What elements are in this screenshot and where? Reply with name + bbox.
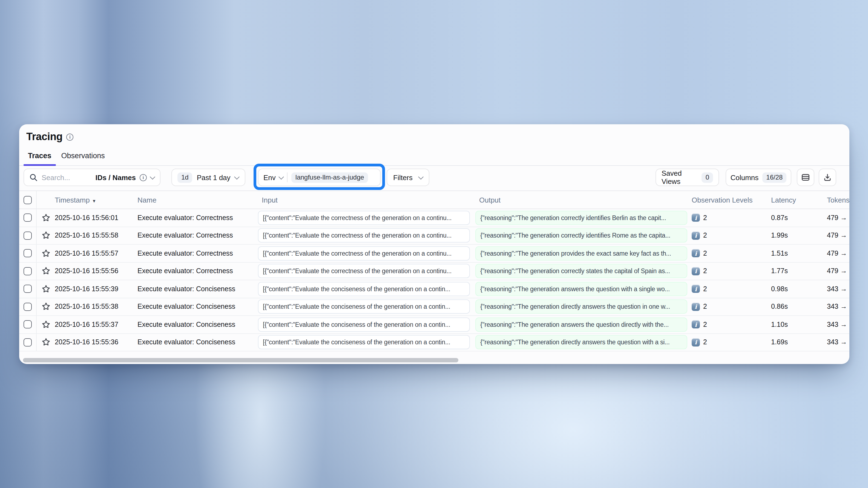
row-checkbox[interactable] (24, 338, 32, 347)
cell-output-preview[interactable]: {"reasoning":"The generation correctly s… (475, 264, 687, 278)
table-row[interactable]: 2025-10-16 15:55:57 Execute evaluator: C… (19, 245, 849, 262)
cell-output-preview[interactable]: {"reasoning":"The generation directly an… (475, 300, 687, 314)
cell-input-preview[interactable]: [{"content":"Evaluate the conciseness of… (258, 282, 470, 296)
table-row[interactable]: 2025-10-16 15:55:38 Execute evaluator: C… (19, 298, 849, 316)
column-header-timestamp[interactable]: Timestamp▼ (55, 196, 137, 204)
table-row[interactable]: 2025-10-16 15:56:01 Execute evaluator: C… (19, 209, 849, 227)
cell-output-preview[interactable]: {"reasoning":"The generation provides th… (475, 246, 687, 261)
column-header-name[interactable]: Name (137, 196, 258, 204)
cell-input-preview[interactable]: [{"content":"Evaluate the conciseness of… (258, 300, 470, 314)
cell-output-preview[interactable]: {"reasoning":"The generation answers the… (475, 318, 687, 332)
cell-timestamp[interactable]: 2025-10-16 15:55:38 (55, 303, 137, 311)
row-checkbox[interactable] (24, 321, 32, 329)
star-icon[interactable] (41, 231, 50, 240)
cell-latency: 1.99s (771, 232, 827, 239)
cell-input-preview[interactable]: [{"content":"Evaluate the correctness of… (258, 264, 470, 278)
table-row[interactable]: 2025-10-16 15:55:39 Execute evaluator: C… (19, 280, 849, 298)
cell-input-preview[interactable]: [{"content":"Evaluate the correctness of… (258, 211, 470, 225)
tab-observations[interactable]: Observations (56, 149, 110, 165)
tab-bar: Traces Observations (19, 149, 849, 166)
env-filter-value-badge[interactable]: langfuse-llm-as-a-judge (291, 172, 368, 183)
table-row[interactable]: 2025-10-16 15:55:36 Execute evaluator: C… (19, 334, 849, 351)
star-icon[interactable] (41, 267, 50, 275)
cell-output-preview[interactable]: {"reasoning":"The generation directly an… (475, 335, 687, 350)
star-icon[interactable] (41, 214, 50, 222)
star-icon[interactable] (41, 285, 50, 293)
row-checkbox[interactable] (24, 285, 32, 293)
cell-name[interactable]: Execute evaluator: Correctness (137, 250, 258, 257)
search-type-select[interactable]: IDs / Names i (96, 173, 154, 182)
cell-output-preview[interactable]: {"reasoning":"The generation correctly i… (475, 211, 687, 225)
observation-level-info-icon: i (692, 214, 700, 222)
cell-input-preview[interactable]: [{"content":"Evaluate the conciseness of… (258, 335, 470, 350)
saved-views-button[interactable]: Saved Views 0 (655, 169, 719, 186)
row-checkbox[interactable] (24, 249, 32, 258)
cell-timestamp[interactable]: 2025-10-16 15:55:39 (55, 285, 137, 293)
columns-button[interactable]: Columns 16/28 (725, 169, 791, 186)
cell-name[interactable]: Execute evaluator: Conciseness (137, 338, 258, 346)
export-button[interactable] (819, 169, 836, 186)
cell-output-preview[interactable]: {"reasoning":"The generation answers the… (475, 282, 687, 296)
column-header-latency[interactable]: Latency (771, 196, 827, 204)
cell-timestamp[interactable]: 2025-10-16 15:55:58 (55, 232, 137, 239)
observation-level-info-icon: i (692, 338, 700, 347)
cell-name[interactable]: Execute evaluator: Conciseness (137, 285, 258, 293)
row-star-cell (37, 302, 55, 311)
row-checkbox[interactable] (24, 232, 32, 240)
env-filter-select[interactable]: Env langfuse-llm-as-a-judge (258, 169, 381, 186)
chevron-down-icon (279, 174, 284, 179)
select-all-checkbox[interactable] (24, 196, 32, 204)
cell-timestamp[interactable]: 2025-10-16 15:55:36 (55, 338, 137, 346)
star-icon[interactable] (41, 320, 50, 329)
cell-timestamp[interactable]: 2025-10-16 15:55:56 (55, 267, 137, 275)
search-info-icon[interactable]: i (140, 174, 147, 181)
cell-name[interactable]: Execute evaluator: Correctness (137, 232, 258, 239)
table-row[interactable]: 2025-10-16 15:55:56 Execute evaluator: C… (19, 262, 849, 280)
cell-input-preview[interactable]: [{"content":"Evaluate the conciseness of… (258, 318, 470, 332)
columns-count-badge: 16/28 (762, 172, 786, 183)
row-checkbox[interactable] (24, 267, 32, 275)
cell-name[interactable]: Execute evaluator: Conciseness (137, 321, 258, 328)
tab-traces[interactable]: Traces (23, 149, 56, 165)
cell-timestamp[interactable]: 2025-10-16 15:56:01 (55, 214, 137, 222)
star-icon[interactable] (41, 249, 50, 258)
search-placeholder: Search... (42, 173, 91, 182)
search-input[interactable]: Search... IDs / Names i (24, 169, 160, 186)
cell-name[interactable]: Execute evaluator: Conciseness (137, 303, 258, 311)
observation-level-count: 2 (703, 285, 707, 293)
cell-name[interactable]: Execute evaluator: Correctness (137, 214, 258, 222)
table-row[interactable]: 2025-10-16 15:55:58 Execute evaluator: C… (19, 227, 849, 245)
cell-timestamp[interactable]: 2025-10-16 15:55:37 (55, 321, 137, 328)
cell-observation-levels: i 2 (692, 232, 771, 240)
observation-level-info-icon: i (692, 249, 700, 258)
row-checkbox[interactable] (24, 303, 32, 311)
table-row[interactable]: 2025-10-16 15:55:37 Execute evaluator: C… (19, 316, 849, 334)
star-icon[interactable] (41, 302, 50, 311)
time-range-select[interactable]: 1d Past 1 day (172, 169, 245, 186)
row-checkbox[interactable] (24, 214, 32, 222)
cell-timestamp[interactable]: 2025-10-16 15:55:57 (55, 250, 137, 257)
column-header-tokens[interactable]: Tokens (827, 196, 849, 204)
header-select-cell (19, 191, 37, 208)
saved-views-count-badge: 0 (702, 172, 713, 183)
page-info-icon[interactable]: i (66, 133, 73, 140)
table-body: 2025-10-16 15:56:01 Execute evaluator: C… (19, 209, 849, 351)
horizontal-scrollbar-thumb[interactable] (23, 358, 458, 362)
row-star-cell (37, 249, 55, 258)
observation-level-count: 2 (703, 321, 707, 328)
cell-observation-levels: i 2 (692, 267, 771, 275)
column-header-input[interactable]: Input (258, 196, 475, 204)
cell-output-preview[interactable]: {"reasoning":"The generation correctly i… (475, 229, 687, 243)
observation-level-info-icon: i (692, 321, 700, 329)
cell-latency: 1.51s (771, 250, 827, 257)
star-icon[interactable] (41, 338, 50, 347)
cell-input-preview[interactable]: [{"content":"Evaluate the correctness of… (258, 246, 470, 261)
search-icon (30, 173, 37, 181)
cell-name[interactable]: Execute evaluator: Correctness (137, 267, 258, 275)
column-header-output[interactable]: Output (475, 196, 692, 204)
row-height-button[interactable] (797, 169, 814, 186)
chevron-down-icon (150, 174, 155, 179)
column-header-observation-levels[interactable]: Observation Levels (692, 196, 771, 204)
filters-button[interactable]: Filters (386, 169, 429, 186)
cell-input-preview[interactable]: [{"content":"Evaluate the correctness of… (258, 229, 470, 243)
